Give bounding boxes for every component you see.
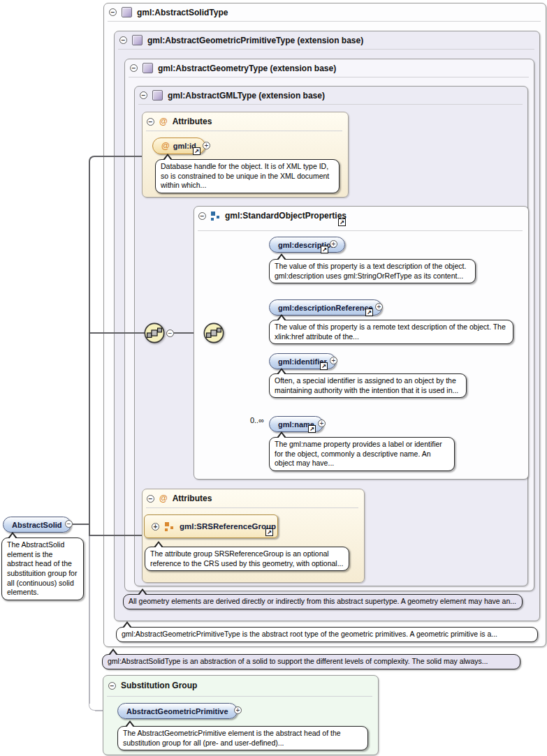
standard-object-properties-header: − gml:StandardObjectProperties xyxy=(198,211,347,221)
jump-to-definition-icon[interactable]: ↗ xyxy=(320,362,328,370)
substitution-connector xyxy=(89,536,90,704)
type-title: gml:AbstractGeometricPrimitiveType (exte… xyxy=(147,36,363,45)
expand-icon[interactable]: + xyxy=(330,240,337,248)
jump-to-definition-icon[interactable]: ↗ xyxy=(365,309,373,316)
expand-icon[interactable]: + xyxy=(234,706,242,714)
type-title: gml:AbstractGeometryType (extension base… xyxy=(158,64,336,73)
doc-tooltip: Database handle for the object. It is of… xyxy=(155,159,340,193)
element-abstract-solid[interactable]: AbstractSolid xyxy=(3,517,71,533)
jump-to-definition-icon[interactable]: ↗ xyxy=(338,218,346,226)
annotation-solid-type: gml:AbstractSolidType is an abstraction … xyxy=(102,654,520,669)
complex-type-icon xyxy=(143,63,153,73)
collapse-icon[interactable]: − xyxy=(198,212,206,220)
expand-icon[interactable]: + xyxy=(330,357,337,364)
jump-to-definition-icon[interactable]: ↗ xyxy=(193,147,200,155)
attributes-title: Attributes xyxy=(173,494,212,503)
header-abstract-geometric-primitive-type: − gml:AbstractGeometricPrimitiveType (ex… xyxy=(119,35,363,45)
connector-trunk xyxy=(89,162,90,536)
header-abstract-gml-type: − gml:AbstractGMLType (extension base) xyxy=(140,90,325,101)
header-abstract-geometry-type: − gml:AbstractGeometryType (extension ba… xyxy=(130,63,336,73)
connector-line xyxy=(90,332,145,334)
collapse-icon[interactable]: − xyxy=(108,682,116,690)
attribute-icon: @ xyxy=(159,494,168,503)
collapse-icon[interactable]: − xyxy=(130,64,138,72)
expand-icon[interactable]: + xyxy=(203,142,210,149)
doc-tooltip: Often, a special identifier is assigned … xyxy=(269,373,467,398)
type-title: gml:AbstractGMLType (extension base) xyxy=(168,91,325,101)
type-title: gml:AbstractSolidType xyxy=(137,8,228,17)
substitution-group-header: − Substitution Group xyxy=(108,681,197,690)
doc-tooltip: The gml:name property provides a label o… xyxy=(269,437,455,471)
doc-tooltip: The attribute group SRSReferenceGroup is… xyxy=(145,547,349,571)
attributes-header: − @ Attributes xyxy=(147,117,212,126)
expand-icon[interactable]: + xyxy=(152,523,159,531)
header-abstract-solid-type: − gml:AbstractSolidType xyxy=(109,7,228,17)
collapse-icon[interactable]: − xyxy=(140,91,147,99)
attribute-group-icon xyxy=(165,522,174,531)
complex-type-icon xyxy=(132,35,143,45)
group-title: gml:StandardObjectProperties xyxy=(225,211,347,221)
connector-line xyxy=(90,535,144,536)
sequence-icon[interactable] xyxy=(203,323,224,343)
schema-diagram: − gml:AbstractSolidType − gml:AbstractGe… xyxy=(0,0,547,756)
attribute-group-srs-reference-group[interactable]: + gml:SRSReferenceGroup xyxy=(144,514,278,538)
expand-icon[interactable]: + xyxy=(375,303,383,311)
attributes-header: − @ Attributes xyxy=(147,494,212,503)
sequence-icon[interactable] xyxy=(144,323,165,343)
collapse-icon[interactable]: − xyxy=(109,8,117,16)
collapse-icon[interactable]: − xyxy=(119,36,127,44)
cardinality-label: 0..∞ xyxy=(243,416,264,424)
complex-type-icon xyxy=(152,90,163,101)
doc-tooltip: The AbstractGeometricPrimitive element i… xyxy=(117,726,368,750)
collapse-icon[interactable]: − xyxy=(65,520,73,528)
attribute-icon: @ xyxy=(159,117,168,126)
collapse-icon[interactable]: − xyxy=(147,118,154,126)
attribute-icon: @ xyxy=(161,141,170,151)
collapse-icon[interactable]: − xyxy=(166,329,174,337)
element-label: AbstractSolid xyxy=(12,521,62,529)
complex-type-icon xyxy=(122,7,132,17)
annotation-geometric-primitive-type: gml:AbstractGeometricPrimitiveType is th… xyxy=(116,627,538,642)
expand-icon[interactable]: + xyxy=(318,420,326,427)
connector-line xyxy=(73,524,89,525)
annotation-geometry-type: All geometry elements are derived direct… xyxy=(123,594,523,609)
substitution-group-title: Substitution Group xyxy=(121,681,197,690)
element-label: gml:descriptionReference xyxy=(278,304,373,312)
jump-to-definition-icon[interactable]: ↗ xyxy=(321,246,328,253)
model-group-icon xyxy=(211,212,220,221)
jump-to-definition-icon[interactable]: ↗ xyxy=(265,528,273,536)
jump-to-definition-icon[interactable]: ↗ xyxy=(308,425,316,433)
doc-tooltip: The value of this property is a text des… xyxy=(269,259,476,283)
doc-tooltip: The value of this property is a remote t… xyxy=(269,320,513,344)
attribute-group-label: gml:SRSReferenceGroup xyxy=(180,522,276,531)
doc-tooltip: The AbstractSolid element is the abstrac… xyxy=(1,538,84,600)
collapse-icon[interactable]: − xyxy=(147,495,154,503)
attributes-title: Attributes xyxy=(173,117,212,126)
element-abstract-geometric-primitive[interactable]: AbstractGeometricPrimitive xyxy=(117,703,238,719)
element-label: AbstractGeometricPrimitive xyxy=(126,707,228,716)
